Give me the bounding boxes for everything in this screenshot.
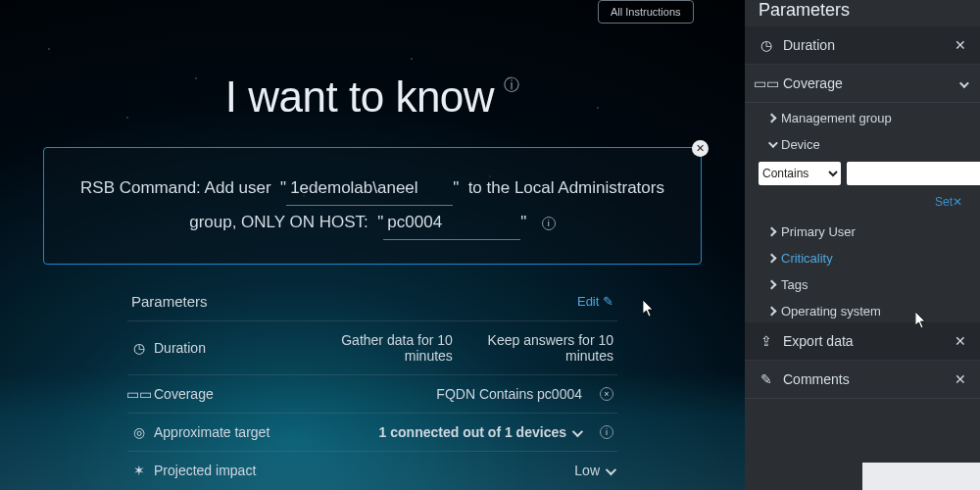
sidebar-item-duration[interactable]: ◷Duration ✕ [745,26,980,65]
sidebar-header: Parameters [745,0,980,26]
coverage-icon: ▭▭ [131,387,146,402]
close-icon[interactable]: ✕ [955,371,966,387]
edit-icon: ✎ [759,372,773,387]
info-icon[interactable]: i [542,217,556,230]
sidebar-item-device[interactable]: Device [745,129,980,156]
sidebar-item-os[interactable]: Operating system [745,296,980,322]
command-prefix: RSB Command: Add user [80,178,271,197]
edit-link[interactable]: Edit ✎ [577,294,613,309]
impact-icon: ✶ [131,464,146,478]
sidebar-item-tags[interactable]: Tags [745,270,980,296]
device-filter-operator[interactable]: Contains [759,162,841,185]
sidebar-item-export[interactable]: ⇪Export data ✕ [745,322,980,361]
target-icon: ◎ [131,425,146,440]
table-row: ◎Approximate target 1 connected out of 1… [127,413,617,451]
parameters-table: Parameters Edit ✎ ◷Duration Gather data … [127,282,617,489]
host-input[interactable]: pc0004 [383,206,520,240]
main-area: I want to know ⓘ ✕ RSB Command: Add user… [0,0,745,490]
parameters-heading: Parameters [131,293,318,310]
table-row: ✶Projected impact Low [127,451,617,489]
clock-icon: ◷ [131,341,146,356]
close-icon[interactable]: ✕ [692,140,709,157]
chevron-down-icon [959,75,966,91]
clock-icon: ◷ [759,38,773,53]
remove-filter-icon[interactable]: × [600,387,613,401]
sidebar-item-management-group[interactable]: Management group [745,103,980,129]
sidebar-item-primary-user[interactable]: Primary User [745,217,980,243]
close-icon[interactable]: ✕ [955,333,966,349]
export-icon: ⇪ [759,334,773,349]
corner-panel [862,463,980,490]
device-filter-input[interactable] [847,162,980,185]
impact-dropdown[interactable]: Low [574,463,613,478]
coverage-icon: ▭▭ [759,76,773,91]
sidebar: Parameters ◷Duration ✕ ▭▭Coverage Manage… [745,0,980,490]
sidebar-item-comments[interactable]: ✎Comments ✕ [745,361,980,399]
close-icon[interactable]: ✕ [955,37,966,53]
set-link[interactable]: Set✕ [745,191,980,217]
page-title: I want to know [225,73,494,122]
approx-target-dropdown[interactable]: 1 connected out of 1 devices [379,424,580,440]
table-row: ◷Duration Gather data for 10 minutesKeep… [127,320,617,374]
command-box: ✕ RSB Command: Add user "1edemolab\aneel… [43,147,702,265]
info-icon[interactable]: i [600,425,613,439]
sidebar-item-coverage[interactable]: ▭▭Coverage [745,65,980,103]
table-row: ▭▭Coverage FQDN Contains pc0004× [127,374,617,413]
info-icon[interactable]: ⓘ [504,75,519,96]
sidebar-item-criticality[interactable]: Criticality [745,243,980,270]
user-input[interactable]: 1edemolab\aneel [286,172,453,206]
